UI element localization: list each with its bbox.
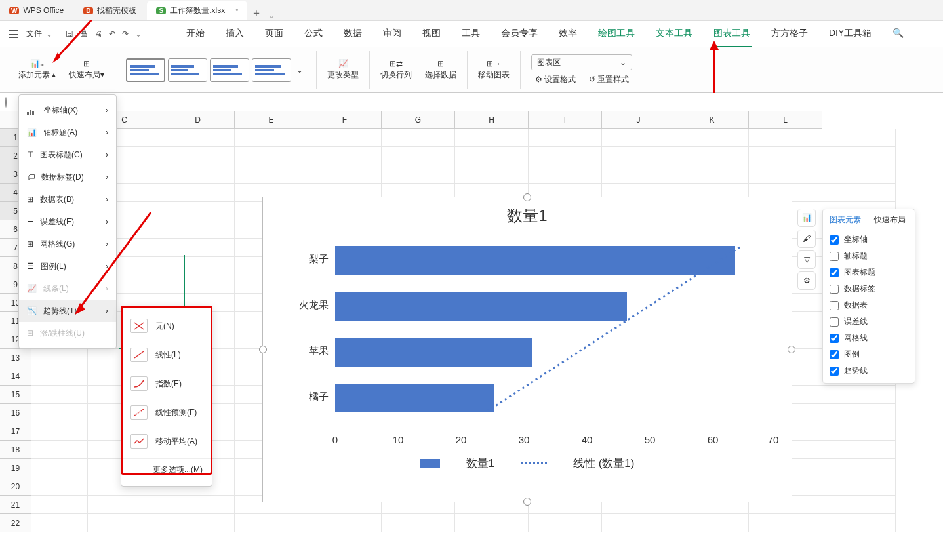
cell[interactable] <box>161 514 235 532</box>
cell[interactable] <box>235 129 308 147</box>
cell[interactable] <box>308 165 382 184</box>
cell[interactable] <box>161 147 235 165</box>
tab-insert[interactable]: 插入 <box>224 21 245 47</box>
ep-checkbox[interactable] <box>830 252 839 261</box>
cell[interactable] <box>31 349 88 367</box>
sm-linear[interactable]: 线性(L) <box>121 340 212 369</box>
cell[interactable] <box>602 129 675 147</box>
col-header[interactable]: K <box>675 111 749 129</box>
cell[interactable] <box>602 165 675 184</box>
ep-checkbox[interactable] <box>830 317 839 327</box>
cell[interactable] <box>529 129 602 147</box>
move-chart-button[interactable]: ⊞→移动图表 <box>472 47 516 92</box>
cell[interactable] <box>31 367 88 386</box>
chart-brush-icon[interactable]: 🖌 <box>797 230 816 248</box>
quick-layout-group[interactable]: ⊞ 快速布局▾ <box>62 47 111 92</box>
tab-fanggrid[interactable]: 方方格子 <box>770 21 809 47</box>
row-header[interactable]: 21 <box>0 496 31 514</box>
dd-data-labels[interactable]: 🏷数据标签(D)› <box>19 166 116 188</box>
ep-checkbox[interactable] <box>830 235 839 245</box>
sm-exp[interactable]: 指数(E) <box>121 369 212 398</box>
dd-chart-title[interactable]: ⊤图表标题(C)› <box>19 144 116 166</box>
cell[interactable] <box>31 496 88 514</box>
cell[interactable] <box>749 129 822 147</box>
select-data-button[interactable]: ⊞选择数据 <box>418 47 463 92</box>
cell[interactable] <box>822 184 896 202</box>
row-header[interactable]: 22 <box>0 514 31 532</box>
cell[interactable] <box>749 147 822 165</box>
reload-icon[interactable] <box>5 98 7 107</box>
cell[interactable] <box>161 257 235 275</box>
ep-checkbox[interactable] <box>830 301 839 310</box>
set-format-button[interactable]: ⚙ 设置格式 <box>535 74 576 85</box>
col-header[interactable]: E <box>235 111 308 129</box>
ep-checkbox[interactable] <box>830 367 839 376</box>
ep-item[interactable]: 数据表 <box>823 297 915 313</box>
col-header[interactable]: F <box>308 111 382 129</box>
cell[interactable] <box>675 514 749 532</box>
cell[interactable] <box>31 514 88 532</box>
hamburger-icon[interactable] <box>9 30 18 38</box>
cell[interactable] <box>822 147 896 165</box>
cell[interactable] <box>602 514 675 532</box>
cell[interactable] <box>31 404 88 422</box>
row-header[interactable]: 17 <box>0 422 31 441</box>
col-header[interactable]: J <box>602 111 675 129</box>
dd-data-table[interactable]: ⊞数据表(B)› <box>19 188 116 210</box>
tab-formula[interactable]: 公式 <box>303 21 324 47</box>
tab-view[interactable]: 视图 <box>421 21 442 47</box>
tab-vip[interactable]: 会员专享 <box>500 21 539 47</box>
ep-checkbox[interactable] <box>830 268 839 277</box>
cell[interactable] <box>822 459 896 477</box>
redo-icon[interactable]: ↷ <box>122 30 129 39</box>
tab-eff[interactable]: 效率 <box>557 21 578 47</box>
cell[interactable] <box>455 129 529 147</box>
cell[interactable] <box>308 147 382 165</box>
row-header[interactable]: 15 <box>0 386 31 404</box>
cell[interactable] <box>675 165 749 184</box>
cell[interactable] <box>161 165 235 184</box>
file-menu[interactable]: 文件 <box>26 28 42 39</box>
cell[interactable] <box>161 239 235 257</box>
ep-item[interactable]: 误差线 <box>823 313 915 330</box>
add-tab-button[interactable]: ＋ <box>249 7 264 20</box>
row-header[interactable]: 20 <box>0 477 31 496</box>
cell[interactable] <box>822 404 896 422</box>
cell[interactable] <box>822 129 896 147</box>
chart-filter-icon[interactable]: ▽ <box>797 250 816 269</box>
col-header[interactable]: I <box>529 111 602 129</box>
cell[interactable] <box>31 422 88 441</box>
cell[interactable] <box>308 514 382 532</box>
cell[interactable] <box>88 514 161 532</box>
cell[interactable] <box>308 129 382 147</box>
ep-item[interactable]: 数据标签 <box>823 281 915 297</box>
cell[interactable] <box>822 514 896 532</box>
cell[interactable] <box>161 202 235 220</box>
cell[interactable] <box>749 165 822 184</box>
dd-axis[interactable]: 坐标轴(X)› <box>19 99 116 121</box>
chart-style-2[interactable] <box>168 58 207 82</box>
chart-area-select[interactable]: 图表区⌄ <box>531 54 632 70</box>
cell[interactable] <box>455 165 529 184</box>
sm-more-options[interactable]: 更多选项...(M) <box>121 458 212 481</box>
chart-style-4[interactable] <box>252 58 291 82</box>
dd-axis-title[interactable]: 📊轴标题(A)› <box>19 121 116 144</box>
cell[interactable] <box>822 165 896 184</box>
chart-title[interactable]: 数量1 <box>263 197 792 234</box>
cell[interactable] <box>529 165 602 184</box>
chart-handle-top[interactable] <box>523 193 531 201</box>
ep-item[interactable]: 网格线 <box>823 330 915 346</box>
chart-style-3[interactable] <box>210 58 249 82</box>
cell[interactable] <box>529 514 602 532</box>
chart-plot-area[interactable]: 梨子 火龙果 苹果 橘子 0 10 20 30 40 50 60 70 <box>283 234 772 450</box>
ep-item[interactable]: 图表标题 <box>823 264 915 281</box>
dd-error-bars[interactable]: ⊢误差线(E)› <box>19 210 116 233</box>
sm-none[interactable]: 无(N) <box>121 311 212 340</box>
chart-handle-right[interactable] <box>788 346 795 353</box>
tab-text-tools[interactable]: 文本工具 <box>654 21 694 47</box>
cell[interactable] <box>675 129 749 147</box>
row-header[interactable]: 19 <box>0 459 31 477</box>
col-header[interactable]: H <box>455 111 529 129</box>
cell[interactable] <box>382 147 455 165</box>
ep-item[interactable]: 坐标轴 <box>823 231 915 248</box>
